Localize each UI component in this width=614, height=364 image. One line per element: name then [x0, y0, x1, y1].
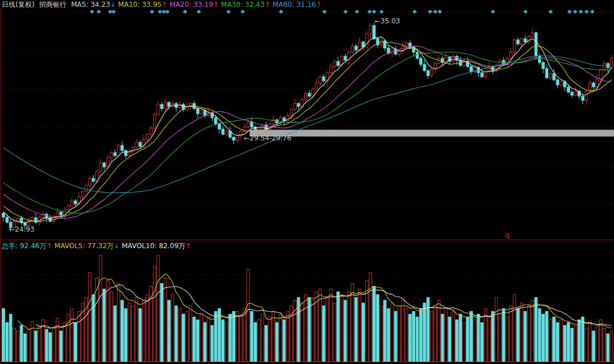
ma60-value: MA60: 31.16	[272, 1, 316, 9]
ma30-arrow-icon: ↑	[264, 1, 270, 9]
high-price-annotation: ←35.03	[375, 18, 400, 25]
mavol5-arrow-icon: ↓	[114, 242, 119, 250]
gap-range-annotation: ←29.54-29.76	[244, 135, 291, 142]
trading-app-window: 日线(复权)招商银行MA5: 34.23↓MA10: 33.95↑MA20: 3…	[0, 0, 614, 364]
mavol5-value: MAVOL5: 77.32万	[54, 242, 114, 250]
volume-pane[interactable]	[2, 256, 613, 362]
ma20-arrow-icon: ↑	[213, 1, 219, 9]
mavol10-value: MAVOL10: 82.09万	[122, 242, 185, 250]
ma5-value: MA5: 34.23	[71, 1, 110, 9]
main-chart-header: 日线(复权)招商银行MA5: 34.23↓MA10: 33.95↑MA20: 3…	[2, 1, 324, 9]
ma60-arrow-icon: ↑	[316, 1, 322, 9]
mavol10-arrow-icon: ↑	[186, 242, 191, 250]
ma5-arrow-icon: ↓	[110, 1, 116, 9]
q-marker-annotation: q	[505, 232, 509, 239]
ma10-arrow-icon: ↑	[162, 1, 167, 9]
period-label: 日线(复权)	[2, 1, 34, 9]
low-price-annotation: ←24.93	[9, 226, 34, 233]
ma20-value: MA20: 33.19	[170, 1, 213, 9]
volume-pane-header: 总手: 92.46万↑MAVOL5: 77.32万↓MAVOL10: 82.09…	[2, 242, 194, 250]
total-volume-value: 总手: 92.46万	[2, 242, 46, 250]
chart-canvas[interactable]	[0, 0, 614, 364]
ma30-value: MA30: 32.43	[221, 1, 264, 9]
ma10-value: MA10: 33.95	[118, 1, 162, 9]
volume-arrow-icon: ↑	[46, 242, 52, 250]
stock-name: 招商银行	[39, 1, 66, 9]
price-gap-band	[250, 130, 614, 136]
